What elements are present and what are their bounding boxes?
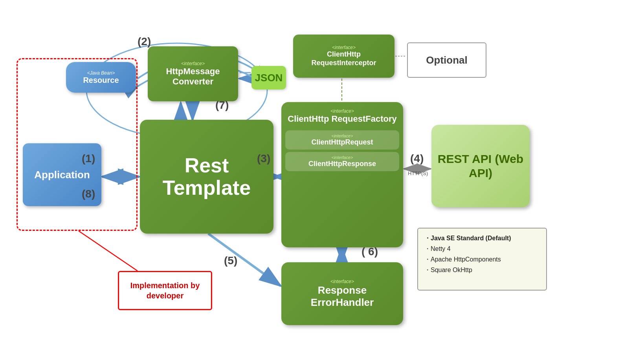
json-bubble: JSON <box>251 66 286 90</box>
number-4: (4) <box>410 152 424 165</box>
rest-template-box: Rest Template <box>140 120 273 234</box>
optional-box: Optional <box>407 42 486 78</box>
request-stereotype: <interface> <box>288 133 396 138</box>
error-handler-stereotype: <interface> <box>330 279 354 284</box>
factory-label: ClientHttp RequestFactory <box>285 114 399 124</box>
error-handler-label: Response ErrorHandler <box>285 284 399 309</box>
response-label: ClientHttpResponse <box>288 160 396 168</box>
rest-api-label: REST API (Web API) <box>431 152 530 180</box>
svg-line-11 <box>208 234 281 286</box>
number-3: (3) <box>257 152 270 165</box>
converter-label: HttpMessage Converter <box>151 66 235 87</box>
implementations-list-box: Java SE Standard (Default) Netty 4 Apach… <box>417 228 547 291</box>
interceptor-label: ClientHttp RequestInterceptor <box>296 50 391 67</box>
request-factory-header: <interface> ClientHttp RequestFactory <box>285 106 399 128</box>
impl-item-2: Netty 4 <box>424 244 540 254</box>
number-2: (2) <box>138 35 151 48</box>
response-stereotype: <interface> <box>288 155 396 160</box>
request-label: ClientHttpRequest <box>288 138 396 146</box>
request-factory-outer: <interface> ClientHttp RequestFactory <i… <box>281 102 403 247</box>
interceptor-box: <interface> ClientHttp RequestIntercepto… <box>293 35 394 78</box>
http-s-label: HTTP(S) <box>408 170 428 176</box>
error-handler-box: <interface> Response ErrorHandler <box>281 262 403 325</box>
application-label: Application <box>34 169 90 181</box>
http-message-converter-box: <interface> HttpMessage Converter <box>148 46 238 101</box>
number-6: ( 6) <box>361 245 378 258</box>
svg-line-15 <box>79 231 138 271</box>
json-label: JSON <box>255 72 283 84</box>
client-http-response-box: <interface> ClientHttpResponse <box>285 152 399 171</box>
impl-label: Implementation by developer <box>119 280 211 301</box>
optional-label: Optional <box>426 54 467 66</box>
rest-template-label: Rest Template <box>140 154 273 199</box>
implementations-list: Java SE Standard (Default) Netty 4 Apach… <box>424 233 540 276</box>
impl-item-1: Java SE Standard (Default) <box>424 233 540 244</box>
implementation-by-developer-box: Implementation by developer <box>118 271 212 310</box>
client-http-request-box: <interface> ClientHttpRequest <box>285 130 399 150</box>
number-8: (8) <box>82 188 95 200</box>
resource-box: <Java Bean> Resource <box>66 62 136 93</box>
resource-label: Resource <box>83 76 119 85</box>
diagram: Application <Java Bean> Resource Rest Te… <box>0 0 644 362</box>
rest-api-box: REST API (Web API) <box>431 125 530 207</box>
impl-item-3: Apache HttpComponents <box>424 254 540 265</box>
interceptor-stereotype: <interface> <box>332 45 356 50</box>
number-5: (5) <box>224 254 237 267</box>
factory-stereotype: <interface> <box>285 108 399 114</box>
impl-item-4: Square OkHttp <box>424 265 540 276</box>
number-7: (7) <box>215 99 229 112</box>
resource-stereotype: <Java Bean> <box>87 70 115 76</box>
number-1: (1) <box>82 152 95 165</box>
converter-stereotype: <interface> <box>181 61 205 66</box>
